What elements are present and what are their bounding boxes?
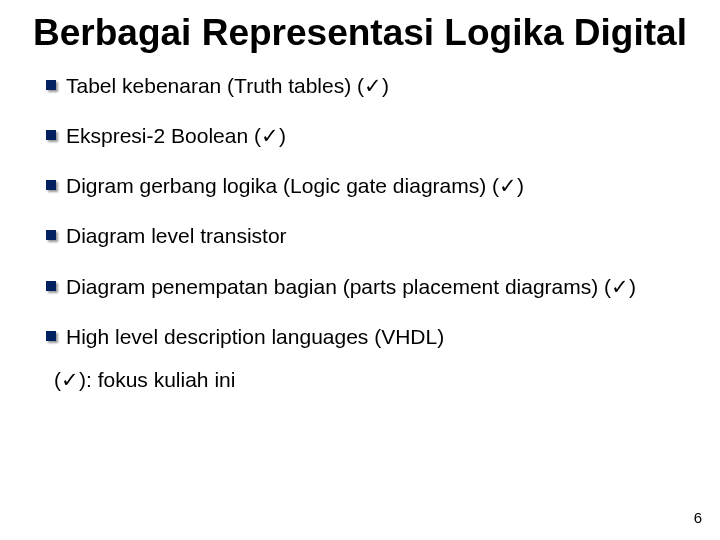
list-item-text: Diagram penempatan bagian (parts placeme… xyxy=(66,275,636,298)
list-item-text: Ekspresi-2 Boolean (✓) xyxy=(66,124,286,147)
list-item: Tabel kebenaran (Truth tables) (✓) xyxy=(46,73,692,99)
list-item: Diagram level transistor xyxy=(46,223,692,249)
slide: Berbagai Representasi Logika Digital Tab… xyxy=(0,0,720,540)
page-number: 6 xyxy=(694,509,702,526)
bullet-icon xyxy=(46,230,56,240)
list-item-text: Diagram level transistor xyxy=(66,224,287,247)
list-item: Digram gerbang logika (Logic gate diagra… xyxy=(46,173,692,199)
list-item: High level description languages (VHDL) xyxy=(46,324,692,350)
bullet-icon xyxy=(46,180,56,190)
list-item-text: Digram gerbang logika (Logic gate diagra… xyxy=(66,174,524,197)
bullet-icon xyxy=(46,281,56,291)
list-item-text: High level description languages (VHDL) xyxy=(66,325,444,348)
bullet-icon xyxy=(46,80,56,90)
list-item: Diagram penempatan bagian (parts placeme… xyxy=(46,274,692,300)
list-item-text: Tabel kebenaran (Truth tables) (✓) xyxy=(66,74,389,97)
footnote: (✓): fokus kuliah ini xyxy=(28,368,692,392)
list-item: Ekspresi-2 Boolean (✓) xyxy=(46,123,692,149)
bullet-list: Tabel kebenaran (Truth tables) (✓) Ekspr… xyxy=(28,73,692,351)
page-title: Berbagai Representasi Logika Digital xyxy=(28,12,692,55)
bullet-icon xyxy=(46,331,56,341)
bullet-icon xyxy=(46,130,56,140)
